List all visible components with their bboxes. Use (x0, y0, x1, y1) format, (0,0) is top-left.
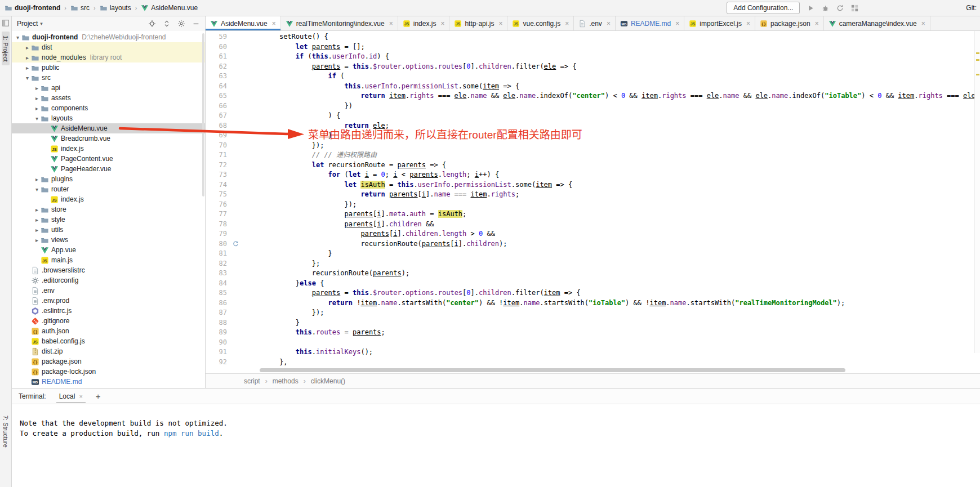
tree-item-plugins[interactable]: ▸plugins (12, 174, 205, 184)
code-text[interactable]: recursionRoute(parents); (263, 269, 409, 279)
code-text[interactable]: // // 递归权限路由 (263, 150, 377, 160)
code-text[interactable]: } (263, 249, 332, 259)
recursive-call-icon[interactable] (232, 240, 239, 248)
code-text[interactable]: }) (263, 101, 353, 111)
tree-item-assets[interactable]: ▸assets (12, 93, 205, 103)
chevron-right-icon[interactable]: ▸ (33, 176, 41, 182)
layout-icon[interactable] (850, 4, 859, 12)
git-branch-label[interactable]: Git: (966, 4, 977, 12)
code-text[interactable]: } (263, 131, 332, 141)
breadcrumb-item-duoji-frontend[interactable]: duoji-frontend (3, 3, 61, 12)
tree-item-router[interactable]: ▾router (12, 184, 205, 194)
tree-item-dist-zip[interactable]: dist.zip (12, 346, 205, 356)
tree-item-env-prod[interactable]: .env.prod (12, 296, 205, 306)
code-text[interactable]: parents = this.$router.options.routes[0]… (263, 288, 581, 298)
tree-item-breadcrumb-vue[interactable]: Breadcrumb.vue (12, 133, 205, 144)
close-icon[interactable]: × (815, 20, 819, 28)
close-icon[interactable]: × (921, 20, 925, 28)
code-text[interactable]: setRoute() { (263, 32, 328, 42)
close-icon[interactable]: × (498, 20, 502, 28)
breadcrumb-item-layouts[interactable]: layouts (99, 3, 132, 12)
close-icon[interactable]: × (675, 20, 679, 28)
code-text[interactable]: }; (263, 259, 320, 269)
close-icon[interactable]: × (79, 393, 82, 400)
scrollbar-thumb[interactable] (260, 368, 845, 372)
code-text[interactable]: }else { (263, 279, 324, 289)
tree-item-public[interactable]: ▸public (12, 62, 205, 73)
tree-item-components[interactable]: ▸components (12, 103, 205, 113)
code-text[interactable]: let parents = []; (263, 42, 365, 52)
code-text[interactable]: if ( (263, 72, 345, 82)
debug-icon[interactable] (821, 4, 830, 12)
tree-item-views[interactable]: ▸views (12, 235, 205, 245)
close-icon[interactable]: × (440, 20, 444, 28)
tab-cameramanage-index-vue[interactable]: cameraManage\index.vue× (824, 16, 930, 30)
terminal-output[interactable]: Note that the development build is not o… (12, 404, 980, 487)
tool-button-project[interactable]: 1: Project (2, 32, 10, 65)
tree-item-dist[interactable]: ▸dist (12, 42, 205, 52)
tree-item-eslintrc-js[interactable]: .eslintrc.js (12, 306, 205, 316)
chevron-down-icon[interactable]: ▾ (33, 115, 41, 122)
tree-item-asidemenu-vue[interactable]: AsideMenu.vue (12, 123, 205, 133)
new-terminal-button[interactable]: + (96, 391, 101, 401)
tree-item-main-js[interactable]: JSmain.js (12, 255, 205, 265)
collapse-all-icon[interactable] (163, 20, 171, 28)
code-text[interactable]: for (let i = 0; i < parents.length; i++)… (263, 170, 499, 180)
tree-item-index-js[interactable]: JSindex.js (12, 144, 205, 154)
code-editor[interactable]: 59 setRoute() {60 let parents = [];61 if… (206, 31, 980, 367)
chevron-right-icon[interactable]: ▸ (24, 44, 31, 51)
tree-item-readme-md[interactable]: MDREADME.md (12, 377, 205, 387)
hide-icon[interactable] (192, 20, 200, 28)
locate-icon[interactable] (148, 20, 156, 28)
tab-package-json[interactable]: {}package.json× (755, 16, 824, 30)
close-icon[interactable]: × (272, 20, 276, 28)
tree-scrollbar[interactable] (202, 33, 204, 196)
close-icon[interactable]: × (389, 20, 393, 28)
code-text[interactable]: }, (263, 358, 287, 368)
code-breadcrumb-methods[interactable]: methods (273, 377, 299, 385)
code-text[interactable]: recursionRoute(parents[i].children); (263, 239, 507, 249)
tree-item-duoji-frontend[interactable]: ▾duoji-frontendD:\zheheWeb\duoji-fronten… (12, 32, 205, 42)
tree-item-editorconfig[interactable]: .editorconfig (12, 275, 205, 285)
code-text[interactable]: } (263, 318, 300, 328)
tree-item-browserslistrc[interactable]: .browserslistrc (12, 265, 205, 275)
tree-item-layouts[interactable]: ▾layouts (12, 113, 205, 123)
code-text[interactable]: return !item.name.startsWith("center") &… (263, 298, 845, 309)
breadcrumb-item-asidemenu-vue[interactable]: AsideMenu.vue (140, 3, 199, 12)
tree-item-node-modules[interactable]: ▸node_moduleslibrary root (12, 52, 205, 62)
chevron-down-icon[interactable]: ▾ (33, 186, 41, 193)
tree-item-pagecontent-vue[interactable]: PageContent.vue (12, 154, 205, 164)
chevron-right-icon[interactable]: ▸ (33, 95, 41, 101)
tree-item-package-lock-json[interactable]: {}package-lock.json (12, 367, 205, 377)
chevron-down-icon[interactable]: ▾ (24, 75, 31, 81)
code-text[interactable]: parents[i].children && (263, 220, 434, 230)
code-text[interactable]: return item.rights === ele.name && ele.n… (263, 91, 980, 101)
code-text[interactable]: }); (263, 308, 324, 318)
tree-item-env[interactable]: .env (12, 285, 205, 296)
add-configuration-button[interactable]: Add Configuration... (727, 2, 800, 14)
chevron-right-icon[interactable]: ▸ (24, 65, 31, 71)
code-text[interactable]: return ele; (263, 121, 389, 131)
close-icon[interactable]: × (746, 20, 750, 28)
tab-index-js[interactable]: JSindex.js× (398, 16, 450, 30)
tree-item-index-js[interactable]: JSindex.js (12, 194, 205, 204)
project-view-title[interactable]: Project (17, 20, 38, 28)
close-icon[interactable]: × (607, 20, 611, 28)
tab-readme-md[interactable]: MDREADME.md× (616, 16, 684, 30)
close-icon[interactable]: × (565, 20, 569, 28)
tool-button-structure[interactable]: 7: Structure (2, 412, 10, 452)
tab-vue-config-js[interactable]: JSvue.config.js× (507, 16, 574, 30)
code-text[interactable]: let recursionRoute = parents => { (263, 160, 446, 171)
tree-item-app-vue[interactable]: App.vue (12, 245, 205, 255)
chevron-right-icon[interactable]: ▸ (33, 85, 41, 91)
tree-item-auth-json[interactable]: {}auth.json (12, 326, 205, 336)
tree-item-api[interactable]: ▸api (12, 83, 205, 93)
code-text[interactable]: if (this.userInfo.id) { (263, 52, 389, 62)
tab-asidemenu-vue[interactable]: AsideMenu.vue× (206, 16, 281, 30)
terminal-tab-local[interactable]: Local × (56, 390, 86, 403)
sync-icon[interactable] (836, 4, 844, 12)
chevron-down-icon[interactable]: ▾ (14, 34, 21, 41)
chevron-right-icon[interactable]: ▸ (33, 207, 41, 213)
code-text[interactable]: this.routes = parents; (263, 328, 385, 338)
code-text[interactable]: this.initialKeys(); (263, 347, 373, 358)
